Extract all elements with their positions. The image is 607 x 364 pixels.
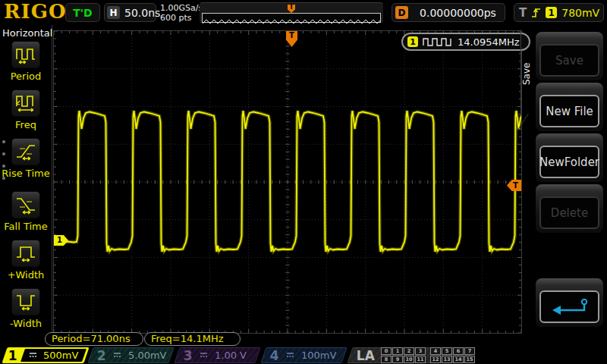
freq-icon [15,93,36,113]
pos-width-icon [15,243,36,263]
preview-waveform [203,18,380,25]
oscilloscope-screen: RIGOL T'D H 50.0ns 1.00GSa/s 600 pts T D… [0,0,607,364]
period-icon [15,45,36,64]
neg-width-icon [15,292,36,312]
channel-1-number: 1 [5,348,23,363]
square-wave-icon [423,37,453,47]
dc-coupling-icon [112,351,122,359]
menu-item-pos-width[interactable]: +Width [0,240,52,280]
timebase-value: 50.0ns [124,7,160,19]
back-button-tile [536,278,603,327]
trigger-level-value: 780mV [561,7,599,19]
rise-time-icon [15,142,36,162]
preview-trigger-marker-icon[interactable]: T [288,5,295,13]
horizontal-timebase-box[interactable]: H 50.0ns [104,3,156,22]
channel-4-scale: 100mV [301,350,336,361]
trigger-status-badge: T'D [65,3,100,22]
menu-item-period[interactable]: Period [0,41,52,81]
return-arrow-icon [549,297,591,317]
new-folder-button[interactable]: NewFolder [539,146,599,178]
logic-analyzer-status[interactable]: LA 01234567 89101112131415 [347,347,473,363]
trigger-box[interactable]: T 1 780mV [514,3,604,22]
channel-4-number: 4 [270,348,279,363]
delay-box[interactable]: D 0.00000000ps [392,3,505,22]
horizontal-measure-menu: Horizontal Period Freq Rise Time [0,25,52,339]
save-menu-panel: Save New File NewFolder Delete [531,25,607,364]
t-label: T [519,6,527,20]
measurement-frequency: Freq=14.1MHz [144,332,241,346]
new-file-button-tile: New File [536,83,603,131]
channel-status-bar: 1 500mV 2 5.00mV 3 1.00 V 4 [0,347,607,364]
la-digital-channels: 01234567 89101112131415 [381,347,475,363]
menu-item-neg-width[interactable]: -Width [0,288,52,328]
channel-4-status[interactable]: 4 100mV [260,347,347,363]
waveform-display-area[interactable]: T T 1 1 14.0954MHz [53,30,522,334]
delete-button[interactable]: Delete [539,196,599,229]
waveform-preview-bar[interactable]: T [200,2,383,24]
channel-1-status[interactable]: 1 500mV [2,347,89,363]
save-button[interactable]: Save [539,44,599,77]
la-digits-row2: 89101112131415 [381,356,475,363]
frequency-counter: 1 14.0954MHz [401,33,530,51]
channel-2-status[interactable]: 2 5.00mV [87,347,174,363]
new-folder-button-tile: NewFolder [536,133,603,182]
menu-scroll-dots [2,140,5,180]
channel-2-number: 2 [97,348,106,363]
h-label: H [107,6,120,19]
back-button[interactable] [539,290,599,323]
rising-edge-icon [531,7,541,18]
channel-3-number: 3 [184,348,193,363]
channel-3-status[interactable]: 3 1.00 V [174,347,260,363]
dc-coupling-icon [199,351,209,359]
d-label: D [395,6,408,19]
la-label: LA [357,348,375,363]
channel-2-scale: 5.00mV [128,350,167,361]
menu-item-rise-time[interactable]: Rise Time [0,138,52,178]
counter-frequency-value: 14.0954MHz [458,36,520,48]
menu-item-fall-time[interactable]: Fall Time [0,191,52,231]
trigger-source-badge: 1 [546,7,557,18]
dc-coupling-icon [285,351,295,359]
la-digits-row1: 01234567 [381,347,475,355]
menu-item-freq[interactable]: Freq [0,89,52,130]
delete-button-tile: Delete [536,184,603,233]
waveform-plot [54,31,521,333]
fall-time-icon [15,195,36,215]
measurement-period: Period=71.00ns [45,332,143,346]
acquisition-info: 1.00GSa/s 600 pts [160,3,203,23]
waveform-preview-strip [202,13,381,23]
save-button-tile: Save [536,32,603,80]
new-file-button[interactable]: New File [539,95,599,127]
channel-3-scale: 1.00 V [215,350,247,361]
sample-rate: 1.00GSa/s [160,3,203,13]
channel-1-scale: 500mV [43,350,78,361]
delay-value: 0.00000000ps [416,7,505,19]
counter-source-badge: 1 [407,36,418,47]
menu-title: Horizontal [2,27,52,39]
memory-depth: 600 pts [160,13,203,23]
dc-coupling-icon [28,351,38,359]
